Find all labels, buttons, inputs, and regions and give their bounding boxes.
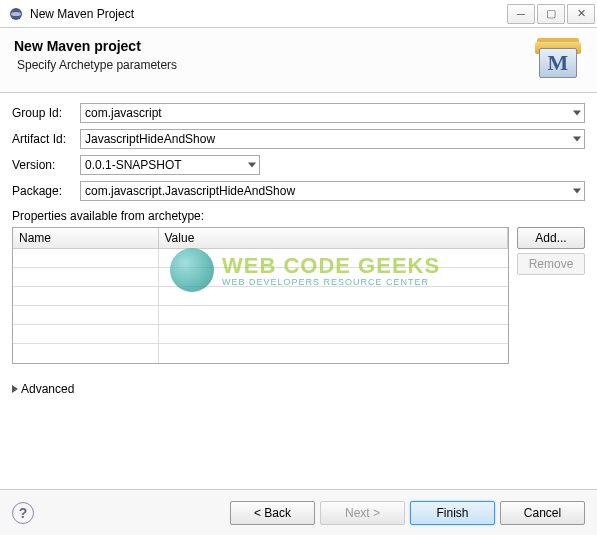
remove-button: Remove (517, 253, 585, 275)
title-bar: New Maven Project ─ ▢ ✕ (0, 0, 597, 28)
table-row[interactable] (13, 306, 508, 325)
version-label: Version: (12, 158, 80, 172)
close-button[interactable]: ✕ (567, 4, 595, 24)
add-button[interactable]: Add... (517, 227, 585, 249)
package-label: Package: (12, 184, 80, 198)
cancel-button[interactable]: Cancel (500, 501, 585, 525)
back-button[interactable]: < Back (230, 501, 315, 525)
properties-table[interactable]: Name Value (12, 227, 509, 364)
wizard-buttons: ? < Back Next > Finish Cancel (0, 489, 597, 535)
version-input[interactable] (80, 155, 260, 175)
properties-label: Properties available from archetype: (12, 209, 585, 223)
table-row[interactable] (13, 268, 508, 287)
svg-point-1 (11, 12, 21, 16)
minimize-button[interactable]: ─ (507, 4, 535, 24)
form-area: Group Id: Artifact Id: Version: Package:… (0, 93, 597, 402)
window-title: New Maven Project (30, 7, 507, 21)
artifact-id-label: Artifact Id: (12, 132, 80, 146)
eclipse-icon (8, 6, 24, 22)
artifact-id-input[interactable] (80, 129, 585, 149)
table-row[interactable] (13, 249, 508, 268)
page-subtitle: Specify Archetype parameters (17, 58, 535, 72)
wizard-header: New Maven project Specify Archetype para… (0, 28, 597, 93)
group-id-label: Group Id: (12, 106, 80, 120)
chevron-right-icon (12, 385, 18, 393)
page-title: New Maven project (14, 38, 535, 54)
maven-icon: M (535, 38, 583, 80)
finish-button[interactable]: Finish (410, 501, 495, 525)
maximize-button[interactable]: ▢ (537, 4, 565, 24)
table-row[interactable] (13, 325, 508, 344)
advanced-toggle[interactable]: Advanced (12, 382, 585, 396)
next-button: Next > (320, 501, 405, 525)
advanced-label: Advanced (21, 382, 74, 396)
group-id-input[interactable] (80, 103, 585, 123)
table-row[interactable] (13, 344, 508, 363)
table-row[interactable] (13, 287, 508, 306)
column-header-name[interactable]: Name (13, 228, 158, 249)
column-header-value[interactable]: Value (158, 228, 508, 249)
package-input[interactable] (80, 181, 585, 201)
help-icon[interactable]: ? (12, 502, 34, 524)
window-controls: ─ ▢ ✕ (507, 4, 595, 24)
